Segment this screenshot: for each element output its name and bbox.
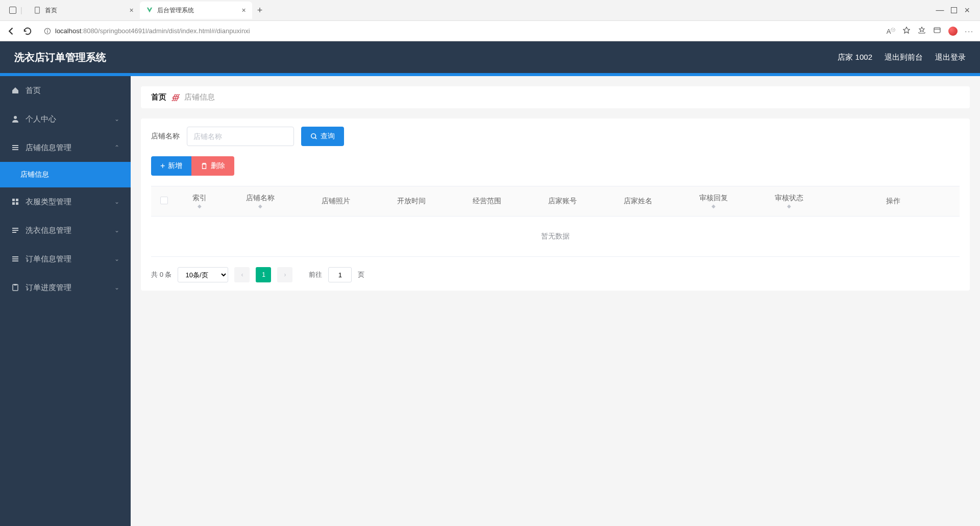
tab-overview-icon[interactable] <box>9 7 16 14</box>
checkbox-icon[interactable] <box>160 197 168 204</box>
sort-icon: ◆ <box>181 204 218 209</box>
chevron-up-icon: ⌃ <box>114 144 119 151</box>
sort-icon: ◆ <box>680 204 747 209</box>
tab-bar: | 首页 × 后台管理系统 × + — × <box>0 0 980 20</box>
close-icon[interactable]: × <box>129 6 133 14</box>
goto-suffix: 页 <box>358 270 364 279</box>
add-label: 新增 <box>168 161 182 171</box>
profile-icon[interactable] <box>948 27 958 36</box>
exit-front-link[interactable]: 退出到前台 <box>885 53 923 62</box>
sidebar-label: 个人中心 <box>26 114 56 124</box>
header-actions: 店家 1002 退出到前台 退出登录 <box>838 53 966 62</box>
col-open-time: 开放时间 <box>374 186 449 217</box>
svg-rect-17 <box>12 256 18 257</box>
sidebar-sub-shop-info[interactable]: 店铺信息 <box>0 162 131 187</box>
sidebar-label: 订单信息管理 <box>26 254 71 264</box>
svg-rect-8 <box>12 147 18 148</box>
breadcrumb-card: 首页 ∰ 店铺信息 <box>141 86 970 108</box>
col-index[interactable]: 索引◆ <box>177 186 223 217</box>
prev-page-button[interactable]: ‹ <box>234 267 250 282</box>
more-icon[interactable]: ··· <box>965 27 974 35</box>
sidebar-item-laundry-info[interactable]: 洗衣信息管理 ⌄ <box>0 216 131 245</box>
total-text: 共 0 条 <box>151 270 172 279</box>
select-all-header[interactable] <box>151 186 177 217</box>
list-icon <box>11 144 19 152</box>
svg-rect-11 <box>16 199 18 201</box>
delete-button[interactable]: 删除 <box>191 156 234 176</box>
svg-rect-18 <box>12 258 18 259</box>
window-controls: — × <box>929 5 976 16</box>
browser-tab-home[interactable]: 首页 × <box>28 2 140 19</box>
sidebar-item-order-info[interactable]: 订单信息管理 ⌄ <box>0 245 131 273</box>
svg-point-6 <box>14 116 17 119</box>
svg-point-2 <box>47 29 48 30</box>
grid-icon <box>11 198 19 206</box>
chevron-down-icon: ⌄ <box>114 227 119 234</box>
logout-link[interactable]: 退出登录 <box>935 53 966 62</box>
tab-title: 后台管理系统 <box>157 6 194 15</box>
goto-prefix: 前往 <box>309 270 322 279</box>
clipboard-icon <box>11 283 19 292</box>
app-header: 洗衣店订单管理系统 店家 1002 退出到前台 退出登录 <box>0 41 980 73</box>
close-window-icon[interactable]: × <box>964 5 970 16</box>
sidebar-item-profile[interactable]: 个人中心 ⌄ <box>0 105 131 133</box>
svg-rect-15 <box>12 230 18 231</box>
plus-icon: + <box>160 161 165 171</box>
minimize-icon[interactable]: — <box>936 6 944 15</box>
trash-icon <box>201 162 208 170</box>
back-button[interactable] <box>6 26 16 36</box>
main-layout: 首页 个人中心 ⌄ 店铺信息管理 ⌃ 店铺信息 衣服类型管理 ⌄ 洗衣信息管理 … <box>0 76 980 526</box>
maximize-icon[interactable] <box>951 7 957 13</box>
col-scope: 经营范围 <box>449 186 525 217</box>
favorite-icon[interactable] <box>902 26 911 36</box>
sidebar-item-home[interactable]: 首页 <box>0 76 131 105</box>
col-shop-photo: 店铺照片 <box>298 186 374 217</box>
empty-text: 暂无数据 <box>151 217 960 257</box>
col-review-reply[interactable]: 审核回复◆ <box>676 186 751 217</box>
sidebar-item-shop-manage[interactable]: 店铺信息管理 ⌃ <box>0 133 131 162</box>
svg-rect-21 <box>14 284 17 285</box>
add-button[interactable]: + 新增 <box>151 156 191 176</box>
svg-rect-19 <box>12 260 18 261</box>
goto-page-input[interactable] <box>328 267 352 282</box>
sidebar-label: 洗衣信息管理 <box>26 226 71 235</box>
refresh-button[interactable] <box>22 26 33 36</box>
col-shop-name[interactable]: 店铺名称◆ <box>223 186 298 217</box>
sidebar: 首页 个人中心 ⌄ 店铺信息管理 ⌃ 店铺信息 衣服类型管理 ⌄ 洗衣信息管理 … <box>0 76 131 526</box>
sidebar-sub-label: 店铺信息 <box>20 170 49 179</box>
svg-rect-14 <box>12 228 18 229</box>
info-icon[interactable] <box>44 28 51 35</box>
col-account: 店家账号 <box>525 186 600 217</box>
page-size-select[interactable]: 10条/页 <box>178 267 228 282</box>
page-number-button[interactable]: 1 <box>256 267 271 282</box>
svg-rect-3 <box>47 31 47 33</box>
user-label[interactable]: 店家 1002 <box>838 53 872 62</box>
collections-icon[interactable] <box>933 26 941 36</box>
chevron-down-icon: ⌄ <box>114 284 119 291</box>
read-aloud-icon[interactable]: A㋡ <box>887 27 896 35</box>
sidebar-item-order-progress[interactable]: 订单进度管理 ⌄ <box>0 273 131 302</box>
svg-rect-0 <box>35 7 39 13</box>
delete-label: 删除 <box>211 161 225 171</box>
sidebar-item-cloth-type[interactable]: 衣服类型管理 ⌄ <box>0 187 131 216</box>
sidebar-label: 店铺信息管理 <box>26 143 71 153</box>
new-tab-button[interactable]: + <box>252 5 268 16</box>
url-field[interactable]: localhost:8080/springboot4691l/admin/dis… <box>39 23 880 39</box>
browser-tab-admin[interactable]: 后台管理系统 × <box>140 2 252 19</box>
breadcrumb-separator: ∰ <box>172 93 179 102</box>
favorites-bar-icon[interactable] <box>918 26 926 36</box>
app-title: 洗衣店订单管理系统 <box>14 51 106 64</box>
user-icon <box>11 115 19 123</box>
vue-icon <box>146 7 153 14</box>
close-icon[interactable]: × <box>241 6 246 14</box>
query-button[interactable]: 查询 <box>301 127 344 146</box>
sidebar-label: 首页 <box>26 86 41 95</box>
next-page-button[interactable]: › <box>277 267 292 282</box>
main-card: 店铺名称 查询 + 新增 删除 <box>141 118 970 291</box>
tab-title: 首页 <box>45 6 57 15</box>
col-review-status[interactable]: 审核状态◆ <box>751 186 827 217</box>
breadcrumb-home[interactable]: 首页 <box>151 92 166 102</box>
sidebar-label: 衣服类型管理 <box>26 197 71 207</box>
shop-name-input[interactable] <box>187 127 294 146</box>
search-label: 店铺名称 <box>151 132 180 141</box>
